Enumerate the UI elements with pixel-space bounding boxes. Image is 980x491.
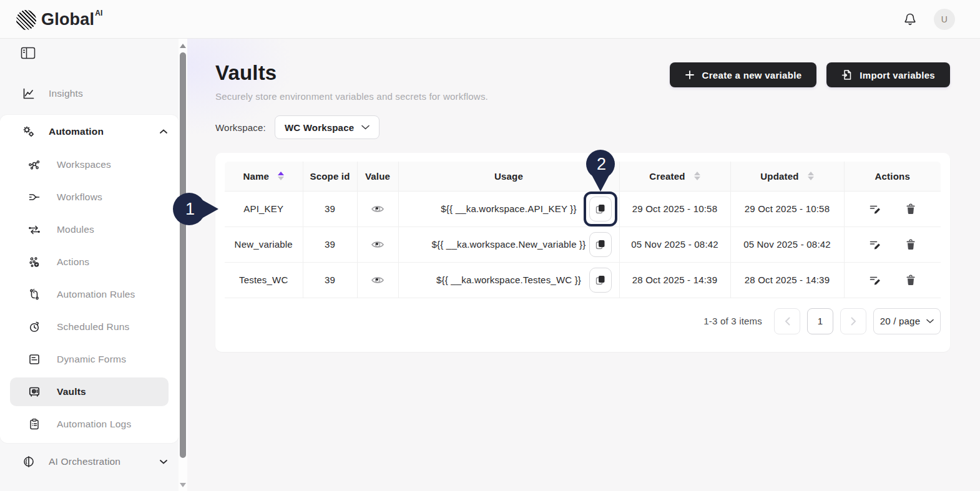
- cell-value: [357, 191, 398, 226]
- avatar[interactable]: U: [934, 9, 955, 30]
- cell-scope-id: 39: [303, 226, 357, 262]
- sidebar-item-insights[interactable]: Insights: [0, 77, 179, 110]
- scrollbar-up-arrow[interactable]: [180, 44, 186, 48]
- pagination-page-1[interactable]: 1: [807, 308, 833, 334]
- eye-icon[interactable]: [371, 276, 384, 284]
- sidebar-item-scheduled-runs[interactable]: Scheduled Runs: [0, 311, 179, 343]
- logo-globe-icon: [16, 10, 36, 30]
- cell-scope-id: 39: [303, 262, 357, 298]
- plus-icon: [685, 70, 695, 80]
- page-subtitle: Securely store environment variables and…: [215, 91, 488, 102]
- cell-created: 28 Oct 2025 - 14:39: [619, 262, 730, 298]
- scrollbar-down-arrow[interactable]: [180, 483, 186, 487]
- vaults-icon: [28, 386, 41, 398]
- trash-icon[interactable]: [906, 275, 916, 286]
- automation-rules-icon: [28, 288, 41, 301]
- sidebar-item-ai-orchestration[interactable]: AI Orchestration: [0, 445, 179, 478]
- chevron-down-icon: [926, 319, 934, 324]
- svg-text:2: 2: [597, 155, 606, 173]
- usage-expression: ${{ __ka.workspace.API_KEY }}: [441, 203, 576, 214]
- sidebar-item-label: AI Orchestration: [49, 456, 146, 467]
- cell-created: 29 Oct 2025 - 10:58: [619, 191, 730, 226]
- sidebar-item-actions[interactable]: Actions: [0, 246, 179, 278]
- column-label: Usage: [494, 171, 523, 182]
- sidebar-item-automation[interactable]: Automation: [0, 115, 179, 148]
- sidebar-item-vaults[interactable]: Vaults: [10, 377, 169, 406]
- sidebar-item-modules[interactable]: Modules: [0, 213, 179, 246]
- sidebar-item-infrastructure[interactable]: Infrastructure: [0, 480, 179, 491]
- sidebar-item-workspaces[interactable]: Workspaces: [0, 148, 179, 181]
- usage-expression: ${{ __ka.workspace.Testes_WC }}: [436, 275, 581, 285]
- scrollbar-thumb[interactable]: [180, 52, 186, 458]
- sidebar-item-dynamic-forms[interactable]: Dynamic Forms: [0, 343, 179, 376]
- sidebar-item-automation-rules[interactable]: Automation Rules: [0, 278, 179, 311]
- column-label: Actions: [875, 171, 910, 182]
- create-variable-button[interactable]: Create a new variable: [670, 62, 817, 87]
- copy-button[interactable]: [589, 197, 612, 221]
- table-header-row: Name Scope id Value Usage Created: [225, 162, 941, 191]
- sidebar-item-label: Workflows: [57, 192, 167, 203]
- sidebar-collapse-button[interactable]: [21, 46, 36, 60]
- pagination-next-button[interactable]: [840, 308, 866, 334]
- bell-icon[interactable]: [903, 12, 918, 27]
- eye-icon[interactable]: [371, 240, 384, 249]
- table-row: New_variable 39 ${{ __ka.workspace.New_v…: [225, 226, 941, 262]
- workspaces-icon: [28, 158, 41, 171]
- sidebar-item-label: Vaults: [57, 386, 157, 397]
- eye-icon[interactable]: [371, 205, 384, 213]
- sidebar-item-label: Scheduled Runs: [57, 321, 167, 333]
- sidebar-item-label: Modules: [57, 224, 167, 235]
- cell-actions: [844, 226, 941, 262]
- logo-superscript: AI: [95, 9, 102, 17]
- edit-icon[interactable]: [869, 239, 881, 250]
- sidebar-nav: Insights Automation: [0, 77, 179, 491]
- cell-value: [357, 262, 398, 298]
- page-size-select[interactable]: 20 / page: [873, 308, 941, 334]
- column-header-updated[interactable]: Updated: [730, 162, 844, 191]
- page-title: Vaults: [215, 61, 488, 85]
- column-header-value: Value: [357, 162, 398, 191]
- top-header: GlobalAI U: [0, 0, 980, 39]
- sidebar: Insights Automation: [0, 39, 179, 491]
- column-header-scope-id: Scope id: [303, 162, 357, 191]
- column-header-created[interactable]: Created: [619, 162, 730, 191]
- sort-icon[interactable]: [694, 172, 700, 180]
- cell-usage: ${{ __ka.workspace.Testes_WC }}: [398, 262, 619, 298]
- variable-name: Testes_WC: [239, 275, 288, 285]
- sort-icon[interactable]: [808, 172, 814, 180]
- column-header-name[interactable]: Name: [225, 162, 303, 191]
- sidebar-item-workflows[interactable]: Workflows: [0, 181, 179, 213]
- cell-actions: [844, 262, 941, 298]
- sidebar-scrollbar: [179, 39, 187, 491]
- sidebar-item-label: Workspaces: [57, 159, 167, 170]
- cell-updated: 28 Oct 2025 - 14:39: [730, 262, 844, 298]
- table-row: API_KEY 1 39: [225, 191, 941, 226]
- sidebar-item-label: Insights: [49, 88, 167, 99]
- cell-name: Testes_WC: [225, 262, 303, 298]
- annotation-marker-1: 1: [172, 192, 218, 226]
- sidebar-item-automation-logs[interactable]: Automation Logs: [0, 408, 179, 440]
- copy-button[interactable]: [589, 268, 612, 293]
- pagination-prev-button[interactable]: [774, 308, 800, 334]
- annotation-marker-2: 2: [585, 149, 616, 194]
- cell-updated: 29 Oct 2025 - 10:58: [730, 191, 844, 226]
- vaults-table-card: Name Scope id Value Usage Created: [215, 153, 950, 352]
- automation-logs-icon: [28, 418, 41, 430]
- trash-icon[interactable]: [906, 203, 916, 215]
- workspace-select[interactable]: WC Workspace: [275, 115, 380, 139]
- automation-panel: Automation Workspaces Workflows: [0, 115, 179, 443]
- sort-icon[interactable]: [278, 172, 284, 180]
- column-label: Value: [365, 171, 390, 182]
- edit-icon[interactable]: [869, 203, 881, 215]
- import-variables-button[interactable]: Import variables: [826, 62, 950, 87]
- dynamic-forms-icon: [28, 353, 41, 366]
- pagination: 1-3 of 3 items 1 20 / page: [225, 308, 941, 334]
- pagination-summary: 1-3 of 3 items: [703, 316, 762, 326]
- copy-button[interactable]: [589, 232, 612, 257]
- variable-name: New_variable: [235, 239, 293, 250]
- trash-icon[interactable]: [906, 239, 916, 250]
- cell-scope-id: 39: [303, 191, 357, 226]
- sidebar-item-label: Dynamic Forms: [57, 354, 167, 365]
- chevron-up-icon: [160, 129, 167, 134]
- edit-icon[interactable]: [869, 275, 881, 286]
